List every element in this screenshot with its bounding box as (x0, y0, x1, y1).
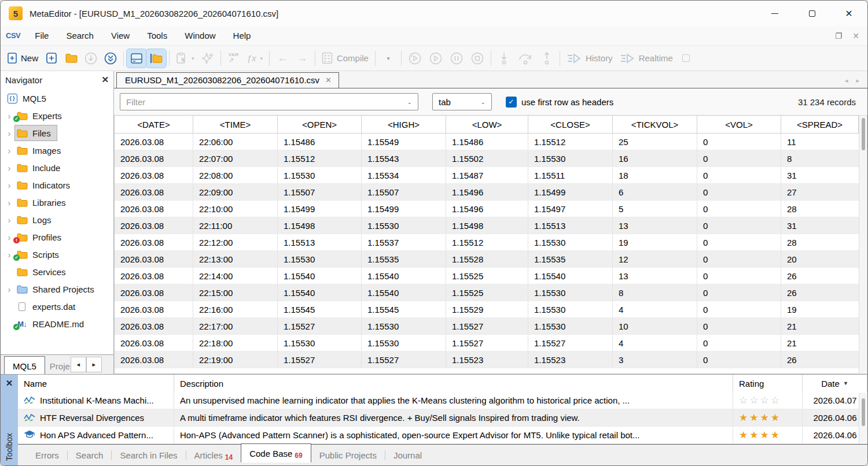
csv-table-row[interactable]: 2026.03.0822:11:001.154981.155301.154981… (115, 217, 859, 234)
stop-debug-button[interactable] (467, 49, 488, 68)
first-row-headers-checkbox[interactable]: ✓ (506, 97, 517, 108)
save-all-button[interactable] (101, 49, 120, 68)
minimize-button[interactable] (756, 1, 793, 26)
menu-item-window[interactable]: Window (176, 28, 224, 43)
toolbox-tab-journal[interactable]: Journal (385, 447, 430, 464)
navigator-tabs-right-arrow[interactable]: ▸ (86, 357, 102, 372)
new-project-button[interactable] (42, 49, 61, 68)
expand-chevron-icon[interactable]: › (5, 198, 14, 208)
navigate-forward-button[interactable]: → (292, 49, 312, 68)
expand-chevron-icon[interactable]: › (5, 163, 14, 173)
profiler-realtime-button[interactable]: Realtime (616, 49, 676, 68)
expand-chevron-icon[interactable]: › (5, 232, 14, 242)
toolbox-tab-articles[interactable]: Articles14 (186, 447, 241, 464)
new-button[interactable]: New (4, 49, 42, 68)
paste-special-button[interactable]: ▾ (172, 49, 198, 68)
compile-button[interactable]: Compile (318, 49, 372, 68)
filter-combobox[interactable]: Filter ⌄ (120, 93, 418, 110)
expand-chevron-icon[interactable]: › (5, 250, 14, 260)
csv-table-row[interactable]: 2026.03.0822:07:001.155121.155431.155021… (115, 150, 859, 167)
csv-table-row[interactable]: 2026.03.0822:13:001.155301.155351.155281… (115, 251, 859, 268)
navigator-item-profiles[interactable]: ›!Profiles (1, 228, 113, 246)
codebase-row[interactable]: HTF Reversal DivergencesA multi timefram… (18, 409, 867, 427)
toolbox-close-icon[interactable]: ✕ (6, 378, 13, 389)
csv-scrollbar-thumb[interactable] (862, 118, 865, 150)
variables-button[interactable]: VAR↗ (224, 49, 244, 68)
navigator-item-indicators[interactable]: ›Indicators (1, 176, 113, 194)
start-debug-history-button[interactable] (404, 49, 425, 68)
csv-table-row[interactable]: 2026.03.0822:16:001.155451.155451.155291… (115, 301, 859, 318)
csv-column-header[interactable]: <LOW> (446, 116, 528, 133)
csv-table-row[interactable]: 2026.03.0822:09:001.155071.155071.154961… (115, 184, 859, 201)
expand-chevron-icon[interactable]: › (5, 111, 14, 121)
expand-chevron-icon[interactable]: › (5, 146, 14, 156)
csv-table-row[interactable]: 2026.03.0822:19:001.155271.155271.155231… (115, 352, 859, 368)
tabbar-scroll-left-icon[interactable]: ◂ (845, 77, 848, 84)
csv-column-header[interactable]: <CLOSE> (528, 116, 613, 133)
column-header-rating[interactable]: Rating (733, 375, 803, 392)
csv-table-row[interactable]: 2026.03.0822:14:001.155401.155401.155251… (115, 268, 859, 284)
toolbox-tab-code-base[interactable]: Code Base69 (241, 443, 311, 463)
navigator-item-files[interactable]: ›Files (1, 124, 113, 142)
expand-chevron-icon[interactable]: › (5, 180, 14, 190)
navigator-item-experts-dat[interactable]: experts.dat (1, 298, 113, 315)
document-close-icon[interactable]: ✕ (852, 31, 859, 40)
save-button[interactable] (81, 49, 101, 68)
document-tab[interactable]: EURUSD_M1_202603082206_202604071610.csv … (116, 72, 339, 88)
pause-debug-button[interactable] (446, 49, 467, 68)
codebase-scrollbar-thumb[interactable] (862, 398, 865, 426)
ai-assistant-button[interactable] (198, 49, 218, 68)
navigator-item-scripts[interactable]: ›✓Scripts (1, 246, 113, 263)
codebase-vertical-scrollbar[interactable] (859, 393, 867, 444)
close-button[interactable]: ✕ (830, 1, 867, 26)
toolbox-tab-errors[interactable]: Errors (27, 447, 67, 464)
navigator-item-services[interactable]: Services (1, 263, 113, 280)
column-header-date[interactable]: Date ▼ (803, 375, 867, 392)
csv-column-header[interactable]: <HIGH> (362, 116, 446, 133)
expand-chevron-icon[interactable]: › (5, 128, 14, 138)
navigator-tab-mql5[interactable]: MQL5 (4, 356, 45, 374)
csv-table-row[interactable]: 2026.03.0822:06:001.154861.155491.154861… (115, 134, 859, 150)
navigator-item-include[interactable]: ›Include (1, 159, 113, 176)
step-into-button[interactable] (494, 49, 514, 68)
tabbar-scroll-right-icon[interactable]: ▸ (856, 77, 859, 84)
start-debug-button[interactable] (425, 49, 446, 68)
csv-table-row[interactable]: 2026.03.0822:18:001.155301.155301.155271… (115, 335, 859, 352)
navigator-item-shared-projects[interactable]: ›Shared Projects (1, 280, 113, 298)
csv-table-row[interactable]: 2026.03.0822:12:001.155131.155371.155121… (115, 234, 859, 251)
menu-item-view[interactable]: View (102, 28, 138, 43)
document-tab-close-icon[interactable]: ✕ (325, 76, 332, 84)
expand-chevron-icon[interactable]: › (5, 215, 14, 225)
codebase-row[interactable]: Institutional K-Means Machi...An unsuper… (18, 392, 867, 409)
menu-item-file[interactable]: File (26, 28, 57, 43)
toolbox-tab-search-in-files[interactable]: Search in Files (112, 447, 185, 464)
csv-column-header[interactable]: <DATE> (115, 116, 193, 133)
toolbox-tab-search[interactable]: Search (68, 447, 112, 464)
step-over-button[interactable] (514, 49, 537, 68)
navigator-tab-projects[interactable]: Proje (45, 358, 71, 374)
toolbox-tab-public-projects[interactable]: Public Projects (311, 447, 385, 464)
navigator-item-images[interactable]: ›Images (1, 142, 113, 159)
navigator-item-logs[interactable]: ›Logs (1, 211, 113, 228)
menu-item-search[interactable]: Search (57, 28, 102, 43)
csv-table-row[interactable]: 2026.03.0822:15:001.155401.155401.155251… (115, 284, 859, 301)
first-row-headers-checkbox-group[interactable]: ✓ use first row as headers (506, 97, 613, 108)
compile-dropdown-button[interactable]: ▾ (378, 49, 398, 68)
toggle-navigator-button[interactable] (146, 49, 166, 68)
open-button[interactable] (61, 49, 81, 68)
csv-table-row[interactable]: 2026.03.0822:08:001.155301.155341.154871… (115, 167, 859, 184)
csv-vertical-scrollbar[interactable] (859, 115, 867, 374)
menu-item-help[interactable]: Help (225, 28, 260, 43)
csv-table-row[interactable]: 2026.03.0822:17:001.155271.155301.155271… (115, 318, 859, 335)
csv-column-header[interactable]: <SPREAD> (781, 116, 859, 133)
toggle-toolbox-button[interactable] (127, 49, 146, 68)
csv-column-header[interactable]: <OPEN> (278, 116, 362, 133)
navigator-close-icon[interactable]: ✕ (101, 75, 109, 85)
codebase-row[interactable]: Hon APS Advanced Pattern...Hon-APS (Adva… (18, 427, 867, 444)
navigator-tabs-left-arrow[interactable]: ◂ (71, 357, 86, 372)
menu-item-tools[interactable]: Tools (138, 28, 176, 43)
functions-button[interactable]: ƒx ▾ (244, 49, 266, 68)
step-out-button[interactable] (537, 49, 557, 68)
expand-chevron-icon[interactable]: › (5, 284, 14, 294)
navigator-item-libraries[interactable]: ›Libraries (1, 194, 113, 211)
